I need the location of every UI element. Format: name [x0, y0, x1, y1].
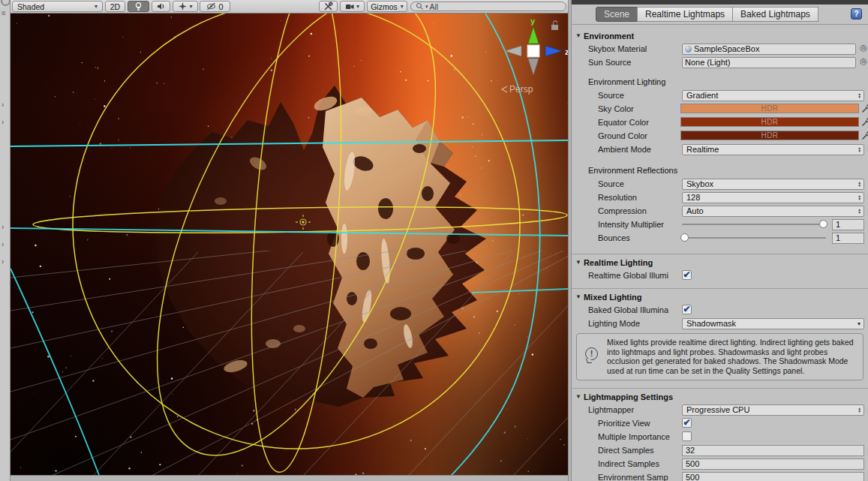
scene-viewport[interactable]: y z Persp — [11, 14, 568, 475]
environment-reflections-subheader: Environment Reflections — [572, 164, 868, 177]
environment-header[interactable]: ▼ Environment — [572, 29, 868, 42]
dropdown-arrows-icon: ▴▾ — [858, 194, 860, 201]
2d-label: 2D — [110, 2, 120, 11]
ambient-mode-row: Ambient Mode Realtime ▴▾ — [572, 143, 868, 156]
sun-source-row: Sun Source None (Light) ◎ — [572, 56, 868, 69]
lightmapping-settings-header[interactable]: ▼ Lightmapping Settings — [572, 390, 868, 403]
bounces-value-field[interactable]: 1 — [832, 233, 864, 244]
draw-mode-label: Shaded — [17, 2, 44, 11]
material-sphere-icon — [685, 46, 692, 53]
2d-toggle-button[interactable]: 2D — [105, 1, 125, 12]
chevron-down-icon: ▾ — [95, 4, 98, 10]
section-lightmapping-settings: ▼ Lightmapping Settings Lightmapper Prog… — [572, 388, 868, 481]
sky-color-row: Sky Color HDR — [572, 102, 868, 116]
camera-icon — [345, 2, 355, 11]
dropdown-arrows-icon: ▴▾ — [858, 208, 860, 215]
prioritize-view-checkbox[interactable]: ✔ — [682, 418, 692, 428]
chevron-right-icon[interactable]: › — [2, 101, 4, 109]
mixed-lighting-header[interactable]: ▼ Mixed Lighting — [572, 290, 868, 303]
search-value: All — [430, 2, 439, 11]
chevron-down-icon: ▾ — [401, 4, 404, 10]
menu-icon[interactable]: ≡ — [2, 9, 6, 17]
indirect-samples-row: Indirect Samples 500 — [572, 457, 868, 470]
direct-samples-field[interactable]: 32 — [682, 445, 864, 456]
resolution-dropdown[interactable]: 128 ▴▾ — [682, 192, 864, 203]
chevron-right-icon[interactable]: › — [2, 223, 4, 231]
direct-samples-row: Direct Samples 32 — [572, 443, 868, 457]
audio-toggle-button[interactable] — [152, 1, 170, 12]
scene-view-toolbar: Shaded ▾ 2D ▾ 0 — [11, 0, 568, 14]
equator-color-swatch[interactable]: HDR — [680, 117, 859, 127]
hidden-count: 0 — [218, 2, 223, 11]
hidden-objects-button[interactable]: 0 — [200, 1, 230, 12]
environment-samples-field[interactable]: 500 — [682, 472, 864, 481]
scene-lighting-toggle-button[interactable] — [128, 1, 149, 12]
scene-search-input[interactable]: ▾ All — [410, 2, 566, 11]
foldout-icon[interactable]: ▼ — [575, 293, 581, 300]
eyedropper-icon[interactable] — [861, 104, 868, 113]
multiple-importance-checkbox[interactable] — [682, 431, 692, 441]
help-icon[interactable]: ? — [851, 8, 862, 20]
eyedropper-icon[interactable] — [861, 117, 868, 127]
chevron-right-icon[interactable]: › — [2, 240, 4, 248]
multiple-importance-row: Multiple Importance — [572, 430, 868, 443]
sky-color-swatch[interactable]: HDR — [680, 104, 859, 113]
tab-realtime-lightmaps[interactable]: Realtime Lightmaps — [637, 7, 733, 22]
axis-y-label: y — [530, 17, 536, 26]
ambient-mode-dropdown[interactable]: Realtime ▴▾ — [682, 144, 864, 155]
indirect-samples-field[interactable]: 500 — [682, 458, 864, 470]
intensity-slider[interactable] — [682, 224, 826, 225]
search-icon — [416, 2, 424, 11]
ground-color-row: Ground Color HDR — [572, 129, 868, 143]
gizmo-center-cube[interactable] — [527, 45, 539, 57]
bounces-slider[interactable] — [682, 237, 826, 239]
effects-sparkle-icon — [178, 2, 188, 11]
chevron-right-icon[interactable]: › — [2, 257, 4, 266]
environment-lighting-subheader: Environment Lighting — [572, 75, 868, 89]
object-picker-icon[interactable]: ◎ — [859, 56, 868, 66]
collapsed-panel-strip: ≡ › › › › › — [0, 0, 11, 481]
component-tools-button[interactable] — [319, 1, 338, 12]
compression-dropdown[interactable]: Auto ▴▾ — [682, 206, 864, 217]
ground-color-swatch[interactable]: HDR — [680, 131, 859, 140]
foldout-icon[interactable]: ▼ — [575, 393, 581, 400]
persp-label[interactable]: Persp — [509, 84, 533, 95]
shadowmask-info-box: ! Mixed lights provide realtime direct l… — [576, 333, 863, 380]
env-lighting-source-dropdown[interactable]: Gradient ▴▾ — [682, 90, 864, 101]
slider-knob[interactable] — [680, 233, 689, 242]
realtime-gi-checkbox[interactable]: ✔ — [682, 270, 692, 280]
realtime-lighting-header[interactable]: ▼ Realtime Lighting — [572, 256, 868, 269]
dropdown-arrows-icon: ▴▾ — [858, 92, 860, 99]
dropdown-arrows-icon: ▴▾ — [858, 146, 860, 153]
lightmapper-dropdown[interactable]: Progressive CPU ▴▾ — [682, 404, 864, 416]
foldout-icon[interactable]: ▼ — [575, 32, 581, 39]
slider-knob[interactable] — [819, 220, 827, 228]
reflections-source-row: Source Skybox ▴▾ — [572, 177, 868, 191]
eyedropper-icon[interactable] — [861, 131, 868, 140]
camera-settings-button[interactable]: ▾ — [340, 1, 365, 12]
partial-search-oval-icon — [1, 0, 11, 6]
chevron-down-icon: ▾ — [356, 4, 359, 10]
search-filter-caret-icon[interactable]: ▾ — [425, 4, 428, 10]
lighting-mode-row: Lighting Mode Shadowmask ▾ — [572, 317, 868, 330]
object-picker-icon[interactable]: ◎ — [859, 43, 868, 53]
sun-source-field[interactable]: None (Light) — [682, 57, 856, 68]
tab-scene[interactable]: Scene — [596, 7, 638, 22]
tab-baked-lightmaps[interactable]: Baked Lightmaps — [732, 7, 818, 22]
skybox-material-field[interactable]: SampleSpaceBox — [682, 44, 856, 55]
speaker-icon — [156, 2, 166, 11]
section-realtime-lighting: ▼ Realtime Lighting Realtime Global Illu… — [572, 254, 868, 282]
lighting-window: Scene Realtime Lightmaps Baked Lightmaps… — [572, 0, 868, 481]
reflections-source-dropdown[interactable]: Skybox ▴▾ — [682, 179, 864, 190]
section-environment: ▼ Environment Skybox Material SampleSpac… — [572, 28, 868, 245]
foldout-icon[interactable]: ▼ — [575, 259, 581, 266]
baked-gi-checkbox[interactable]: ✔ — [682, 305, 692, 314]
intensity-value-field[interactable]: 1 — [832, 219, 864, 230]
chevron-down-icon: ▾ — [857, 320, 860, 327]
effects-dropdown-button[interactable]: ▾ — [173, 1, 198, 12]
gizmos-dropdown[interactable]: Gizmos ▾ — [367, 1, 407, 12]
dropdown-arrows-icon: ▴▾ — [858, 407, 860, 413]
chevron-right-icon[interactable]: › — [2, 118, 4, 126]
draw-mode-dropdown[interactable]: Shaded ▾ — [12, 1, 103, 12]
lighting-mode-dropdown[interactable]: Shadowmask ▾ — [682, 318, 864, 329]
